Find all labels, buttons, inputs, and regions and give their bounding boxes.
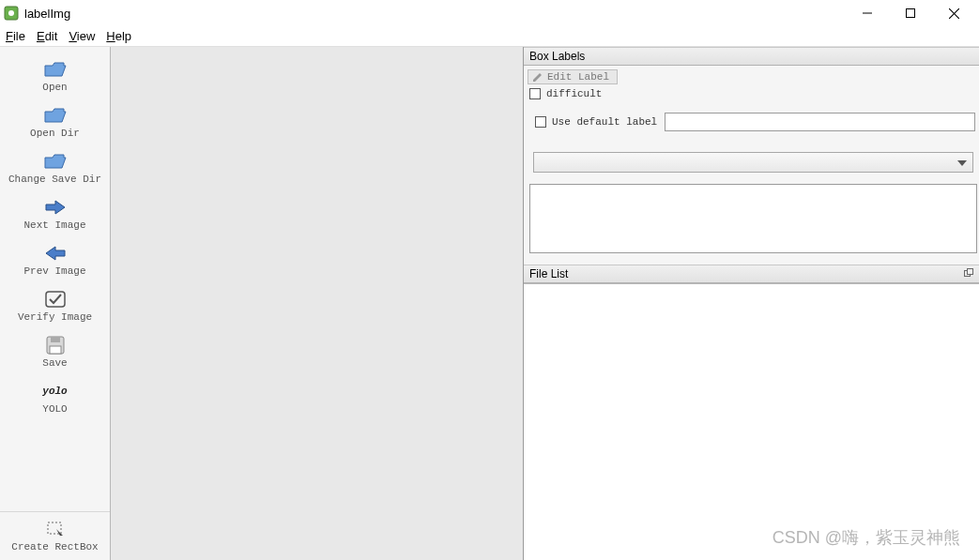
menu-edit[interactable]: Edit — [37, 29, 57, 43]
maximize-button[interactable] — [889, 0, 932, 26]
svg-rect-6 — [46, 292, 65, 307]
main-layout: Open Open Dir Change Save Dir Next Image — [0, 47, 979, 560]
svg-rect-12 — [968, 269, 973, 275]
titlebar: labelImg — [0, 0, 979, 26]
format-label: YOLO — [42, 403, 67, 415]
right-panel: Box Labels Edit Label difficult Use defa… — [524, 47, 979, 560]
svg-rect-3 — [907, 9, 915, 18]
difficult-checkbox-row[interactable]: difficult — [526, 88, 977, 99]
default-label-input[interactable] — [665, 113, 975, 131]
toolbar: Open Open Dir Change Save Dir Next Image — [0, 47, 111, 560]
create-rectbox-button[interactable]: Create RectBox — [0, 511, 110, 560]
default-label-row: Use default label — [526, 103, 977, 133]
menubar: File Edit View Help — [0, 26, 979, 47]
label-combo[interactable] — [533, 152, 973, 173]
folder-save-icon — [42, 152, 69, 171]
app-icon — [4, 6, 19, 21]
file-list-panel[interactable] — [524, 283, 979, 560]
open-dir-label: Open Dir — [30, 128, 80, 139]
use-default-label-text: Use default label — [552, 116, 657, 128]
folder-icon — [42, 106, 69, 125]
edit-label-text: Edit Label — [547, 71, 609, 83]
rectbox-icon — [42, 520, 69, 538]
change-save-dir-button[interactable]: Change Save Dir — [0, 146, 110, 192]
prev-image-button[interactable]: Prev Image — [0, 238, 110, 284]
minimize-button[interactable] — [846, 0, 889, 26]
box-labels-header[interactable]: Box Labels — [524, 47, 979, 66]
open-dir-button[interactable]: Open Dir — [0, 100, 110, 146]
svg-rect-9 — [50, 346, 61, 354]
window-controls — [846, 0, 975, 26]
file-list-header[interactable]: File List — [524, 265, 979, 283]
next-image-button[interactable]: Next Image — [0, 192, 110, 238]
file-list-title: File List — [529, 267, 568, 280]
svg-rect-8 — [51, 337, 60, 342]
label-listbox[interactable] — [529, 184, 977, 253]
menu-file[interactable]: File — [6, 29, 25, 43]
menu-help[interactable]: Help — [106, 29, 131, 43]
checkbox-icon — [529, 88, 541, 99]
open-button[interactable]: Open — [0, 54, 110, 100]
verify-image-label: Verify Image — [18, 311, 92, 323]
canvas-area[interactable] — [111, 47, 524, 560]
yolo-icon: yolo — [42, 382, 69, 401]
undock-icon[interactable] — [964, 268, 973, 280]
checkbox-icon — [535, 116, 546, 128]
difficult-label: difficult — [546, 88, 602, 99]
check-icon — [42, 290, 69, 309]
open-label: Open — [42, 82, 67, 93]
close-button[interactable] — [932, 0, 975, 26]
save-button[interactable]: Save — [0, 330, 110, 376]
verify-image-button[interactable]: Verify Image — [0, 284, 110, 330]
next-image-label: Next Image — [23, 219, 85, 231]
use-default-label-checkbox[interactable]: Use default label — [531, 116, 657, 128]
save-label: Save — [42, 357, 67, 369]
edit-label-button[interactable]: Edit Label — [528, 69, 618, 84]
create-rectbox-label: Create RectBox — [11, 541, 98, 552]
arrow-left-icon — [42, 244, 69, 263]
watermark: CSDN @嗨，紫玉灵神熊 — [772, 526, 960, 549]
svg-point-1 — [8, 10, 14, 16]
floppy-icon — [42, 336, 69, 355]
folder-open-icon — [42, 60, 69, 79]
arrow-right-icon — [42, 198, 69, 217]
menu-view[interactable]: View — [69, 29, 95, 43]
box-labels-panel: Edit Label difficult Use default label — [524, 66, 979, 265]
box-labels-title: Box Labels — [529, 50, 585, 63]
window-title: labelImg — [24, 7, 70, 21]
prev-image-label: Prev Image — [23, 265, 85, 277]
format-button[interactable]: yolo YOLO — [0, 376, 110, 422]
chevron-down-icon — [957, 156, 967, 169]
pencil-icon — [532, 71, 543, 83]
change-save-dir-label: Change Save Dir — [8, 174, 101, 185]
